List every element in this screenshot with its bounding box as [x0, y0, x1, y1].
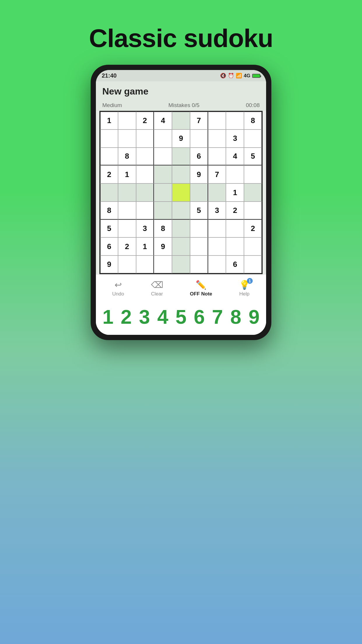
cell[interactable]: 6 — [226, 256, 244, 274]
cell[interactable] — [172, 202, 190, 220]
cell[interactable]: 6 — [100, 237, 118, 256]
cell[interactable] — [100, 183, 118, 202]
cell[interactable]: 8 — [118, 148, 136, 166]
cell[interactable] — [208, 111, 226, 130]
cell[interactable] — [190, 256, 208, 274]
cell[interactable] — [172, 256, 190, 274]
cell[interactable]: 9 — [172, 130, 190, 148]
cell[interactable]: 1 — [118, 165, 136, 183]
number-pad: 123456789 — [96, 301, 266, 335]
cell[interactable]: 3 — [226, 130, 244, 148]
cell[interactable] — [208, 256, 226, 274]
cell[interactable] — [136, 183, 154, 202]
cell[interactable] — [172, 148, 190, 166]
num-button-9[interactable]: 9 — [246, 307, 263, 327]
cell[interactable] — [244, 256, 262, 274]
cell[interactable] — [226, 220, 244, 238]
cell[interactable] — [208, 220, 226, 238]
num-button-2[interactable]: 2 — [118, 307, 135, 327]
num-button-3[interactable]: 3 — [136, 307, 153, 327]
cell[interactable]: 8 — [100, 202, 118, 220]
cell[interactable]: 8 — [154, 220, 172, 238]
cell[interactable] — [118, 256, 136, 274]
cell[interactable] — [172, 183, 190, 202]
cell[interactable] — [244, 130, 262, 148]
cell[interactable] — [118, 183, 136, 202]
num-button-7[interactable]: 7 — [209, 307, 226, 327]
cell[interactable] — [172, 165, 190, 183]
cell[interactable] — [154, 202, 172, 220]
cell[interactable] — [226, 111, 244, 130]
app-bar-title: New game — [102, 86, 260, 97]
cell[interactable] — [118, 202, 136, 220]
cell[interactable]: 3 — [136, 220, 154, 238]
cell[interactable] — [244, 202, 262, 220]
cell[interactable]: 9 — [190, 165, 208, 183]
cell[interactable] — [172, 220, 190, 238]
cell[interactable] — [190, 237, 208, 256]
cell[interactable]: 5 — [244, 148, 262, 166]
cell[interactable] — [208, 237, 226, 256]
cell[interactable] — [190, 220, 208, 238]
alarm-icon: ⏰ — [228, 73, 234, 79]
cell[interactable] — [226, 237, 244, 256]
cell[interactable]: 1 — [136, 237, 154, 256]
cell[interactable]: 5 — [100, 220, 118, 238]
cell[interactable]: 9 — [154, 237, 172, 256]
cell[interactable]: 2 — [244, 220, 262, 238]
cell[interactable] — [154, 183, 172, 202]
cell[interactable]: 9 — [100, 256, 118, 274]
cell[interactable] — [172, 111, 190, 130]
cell[interactable] — [118, 130, 136, 148]
cell[interactable] — [208, 130, 226, 148]
cell[interactable] — [244, 165, 262, 183]
cell[interactable]: 2 — [226, 202, 244, 220]
cell[interactable]: 5 — [190, 202, 208, 220]
help-button[interactable]: 💡1 Help — [234, 279, 254, 298]
cell[interactable] — [136, 202, 154, 220]
cell[interactable] — [136, 148, 154, 166]
cell[interactable] — [136, 256, 154, 274]
cell[interactable] — [118, 111, 136, 130]
num-button-4[interactable]: 4 — [154, 307, 171, 327]
signal-icon: 📶 — [236, 73, 242, 79]
cell[interactable] — [154, 165, 172, 183]
cell[interactable]: 8 — [244, 111, 262, 130]
cell[interactable] — [244, 183, 262, 202]
cell[interactable]: 2 — [136, 111, 154, 130]
cell[interactable] — [136, 130, 154, 148]
cell[interactable]: 7 — [208, 165, 226, 183]
cell[interactable]: 4 — [226, 148, 244, 166]
cell[interactable] — [208, 183, 226, 202]
cell[interactable] — [136, 165, 154, 183]
cell[interactable] — [226, 165, 244, 183]
clear-button[interactable]: ⌫ Clear — [146, 279, 168, 298]
cell[interactable] — [190, 130, 208, 148]
cell[interactable]: 4 — [154, 111, 172, 130]
undo-button[interactable]: ↩ Undo — [108, 279, 129, 298]
cell[interactable]: 1 — [100, 111, 118, 130]
game-info: Medium Mistakes 0/5 00:08 — [96, 100, 266, 111]
num-button-5[interactable]: 5 — [173, 307, 189, 327]
cell[interactable] — [118, 220, 136, 238]
cell[interactable] — [100, 130, 118, 148]
cell[interactable]: 2 — [118, 237, 136, 256]
cell[interactable]: 6 — [190, 148, 208, 166]
num-button-1[interactable]: 1 — [99, 307, 116, 327]
cell[interactable] — [244, 237, 262, 256]
num-button-6[interactable]: 6 — [191, 307, 208, 327]
cell[interactable] — [154, 148, 172, 166]
cell[interactable] — [172, 237, 190, 256]
cell[interactable] — [208, 148, 226, 166]
cell[interactable]: 1 — [226, 183, 244, 202]
cell[interactable] — [154, 256, 172, 274]
note-button[interactable]: ✏️ OFF Note — [185, 279, 217, 298]
note-label: OFF Note — [190, 291, 212, 297]
cell[interactable] — [190, 183, 208, 202]
cell[interactable] — [100, 148, 118, 166]
cell[interactable]: 2 — [100, 165, 118, 183]
cell[interactable]: 7 — [190, 111, 208, 130]
num-button-8[interactable]: 8 — [227, 307, 244, 327]
cell[interactable]: 3 — [208, 202, 226, 220]
cell[interactable] — [154, 130, 172, 148]
